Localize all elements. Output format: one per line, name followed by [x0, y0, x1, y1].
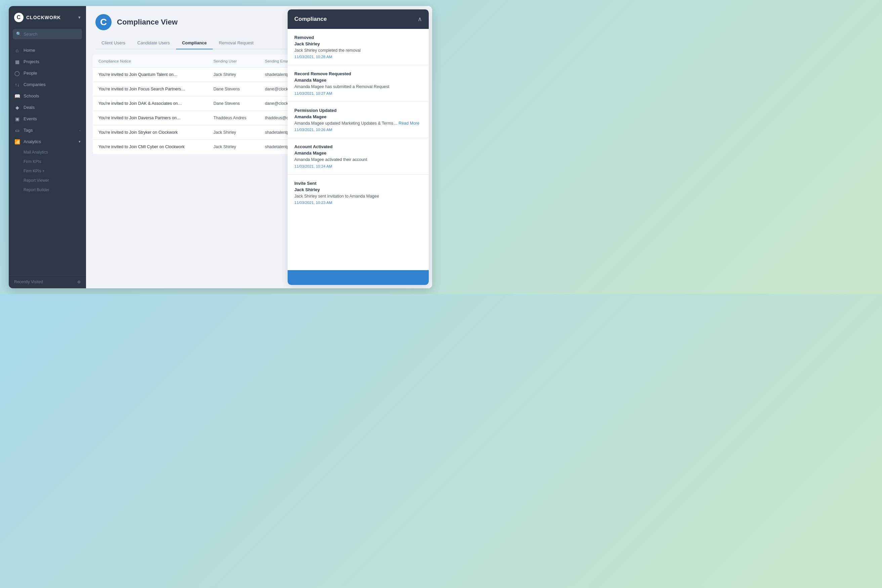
sidebar-item-analytics[interactable]: 📶 Analytics ▾	[9, 136, 86, 147]
sub-item-label: Report Builder	[24, 188, 50, 192]
sidebar-item-deals[interactable]: ◆ Deals	[9, 102, 86, 113]
sidebar-item-schools[interactable]: 📖 Schools	[9, 90, 86, 102]
activity-user: Amanda Magee	[294, 114, 422, 119]
close-icon[interactable]: ∧	[418, 15, 422, 23]
activity-desc: Jack Shirley completed the removal	[294, 48, 422, 54]
activity-item: Account Activated Amanda Magee Amanda Ma…	[288, 138, 429, 175]
logo-chevron-icon[interactable]: ▾	[78, 15, 81, 20]
sidebar-item-label: Deals	[24, 105, 34, 110]
tags-icon: ▭	[14, 128, 20, 133]
sidebar-item-tags[interactable]: ▭ Tags ‹	[9, 124, 86, 136]
sidebar-nav: ⌂ Home ▦ Projects ◯ People ↑↓ Companies …	[9, 44, 86, 275]
activity-desc: Amanda Magee updated Marketing Updates &…	[294, 121, 422, 127]
right-panel: Compliance ∧ Removed Jack Shirley Jack S…	[288, 9, 429, 285]
activity-user: Jack Shirley	[294, 41, 422, 46]
activity-desc: Amanda Magee has submitted a Removal Req…	[294, 84, 422, 90]
activity-time: 11/03/2021, 10:26 AM	[294, 128, 422, 132]
page-title: Compliance View	[117, 18, 178, 27]
analytics-icon: 📶	[14, 139, 20, 144]
right-panel-header: Compliance ∧	[288, 9, 429, 29]
activity-desc: Amanda Magee activated their account	[294, 157, 422, 163]
activity-type: Permission Updated	[294, 108, 422, 113]
col-header-sending-user: Sending User	[208, 55, 260, 67]
activity-time: 11/03/2021, 10:28 AM	[294, 55, 422, 59]
sub-item-label: Firm KPIs +	[24, 169, 45, 173]
tab-client-users[interactable]: Client Users	[95, 37, 131, 50]
sub-item-label: Mail Analytics	[24, 150, 48, 154]
activity-type: Removed	[294, 35, 422, 40]
sidebar-item-label: Companies	[24, 82, 46, 87]
tab-compliance[interactable]: Compliance	[176, 37, 213, 50]
cell-notice: You're invited to Join DAK & Associates …	[93, 96, 208, 111]
cell-notice: You're invited to Join Quantum Talent on…	[93, 67, 208, 82]
tab-candidate-users[interactable]: Candidate Users	[131, 37, 176, 50]
activity-list: Removed Jack Shirley Jack Shirley comple…	[288, 29, 429, 270]
cell-sending-user: Dane Stevens	[208, 96, 260, 111]
sidebar-logo[interactable]: C CLOCKWORK ▾	[9, 6, 86, 27]
recently-visited-icon[interactable]: ⊕	[77, 279, 81, 284]
sub-item-label: Firm KPIs	[24, 159, 41, 164]
sidebar-item-label: Tags	[24, 128, 33, 133]
sidebar-item-companies[interactable]: ↑↓ Companies	[9, 79, 86, 90]
sub-item-label: Report Viewer	[24, 178, 49, 183]
projects-icon: ▦	[14, 59, 20, 64]
cell-sending-user: Jack Shirley	[208, 140, 260, 154]
schools-icon: 📖	[14, 93, 20, 99]
sidebar-item-label: Projects	[24, 59, 39, 64]
deals-icon: ◆	[14, 105, 20, 110]
cell-sending-user: Dane Stevens	[208, 82, 260, 96]
analytics-chevron-icon: ▾	[79, 140, 81, 144]
activity-desc: Jack Shirley sent invitation to Amanda M…	[294, 194, 422, 200]
read-more-link[interactable]: Read More	[399, 121, 419, 126]
sidebar-item-home[interactable]: ⌂ Home	[9, 45, 86, 56]
activity-item: Removed Jack Shirley Jack Shirley comple…	[288, 29, 429, 66]
activity-time: 11/03/2021, 10:27 AM	[294, 92, 422, 95]
activity-time: 11/03/2021, 10:23 AM	[294, 201, 422, 205]
sidebar-item-people[interactable]: ◯ People	[9, 68, 86, 79]
cell-sending-user: Jack Shirley	[208, 67, 260, 82]
tags-chevron-icon: ‹	[79, 128, 81, 132]
sidebar-sub-report-viewer[interactable]: Report Viewer	[9, 176, 86, 185]
activity-time: 11/03/2021, 10:24 AM	[294, 164, 422, 168]
sidebar-search-container: 🔍	[13, 29, 82, 39]
events-icon: ▣	[14, 116, 20, 122]
activity-user: Amanda Magee	[294, 150, 422, 156]
sidebar-sub-firm-kpis[interactable]: Firm KPIs	[9, 157, 86, 166]
sidebar-sub-mail-analytics[interactable]: Mail Analytics	[9, 147, 86, 157]
app-container: C CLOCKWORK ▾ 🔍 ⌂ Home ▦ Projects ◯ Peop…	[9, 6, 432, 288]
sidebar-footer: Recently Visited ⊕	[9, 275, 86, 288]
col-header-notice: Compliance Notice	[93, 55, 208, 67]
activity-item: Invite Sent Jack Shirley Jack Shirley se…	[288, 175, 429, 211]
logo-text: CLOCKWORK	[26, 15, 61, 20]
right-panel-footer	[288, 270, 429, 285]
sidebar-sub-firm-kpis-plus[interactable]: Firm KPIs +	[9, 166, 86, 176]
sidebar-item-label: Schools	[24, 93, 39, 99]
sidebar-sub-report-builder[interactable]: Report Builder	[9, 185, 86, 195]
activity-user: Amanda Magee	[294, 78, 422, 82]
activity-item: Permission Updated Amanda Magee Amanda M…	[288, 102, 429, 138]
activity-type: Account Activated	[294, 144, 422, 149]
home-icon: ⌂	[14, 48, 20, 53]
main-logo: C	[95, 14, 111, 30]
search-input[interactable]	[13, 29, 82, 39]
sidebar-item-label: Events	[24, 116, 37, 121]
tab-removal-request[interactable]: Removal Request	[213, 37, 260, 50]
sidebar: C CLOCKWORK ▾ 🔍 ⌂ Home ▦ Projects ◯ Peop…	[9, 6, 86, 288]
activity-type: Invite Sent	[294, 181, 422, 186]
cell-notice: You're invited to Join Stryker on Clockw…	[93, 125, 208, 140]
activity-item: Record Remove Requested Amanda Magee Ama…	[288, 65, 429, 102]
cell-notice: You're invited to Join Daversa Partners …	[93, 111, 208, 125]
right-panel-title: Compliance	[294, 16, 327, 22]
sidebar-item-projects[interactable]: ▦ Projects	[9, 56, 86, 68]
sidebar-item-label: People	[24, 70, 37, 76]
cell-notice: You're invited to Join CMI Cyber on Cloc…	[93, 140, 208, 154]
sidebar-item-label: Home	[24, 48, 35, 53]
companies-icon: ↑↓	[14, 82, 20, 87]
recently-visited-label: Recently Visited	[14, 279, 43, 284]
activity-user: Jack Shirley	[294, 187, 422, 192]
logo-icon: C	[14, 13, 24, 22]
cell-notice: You're invited to Join Focus Search Part…	[93, 82, 208, 96]
cell-sending-user: Thaddeus Andres	[208, 111, 260, 125]
people-icon: ◯	[14, 70, 20, 76]
sidebar-item-events[interactable]: ▣ Events	[9, 113, 86, 124]
